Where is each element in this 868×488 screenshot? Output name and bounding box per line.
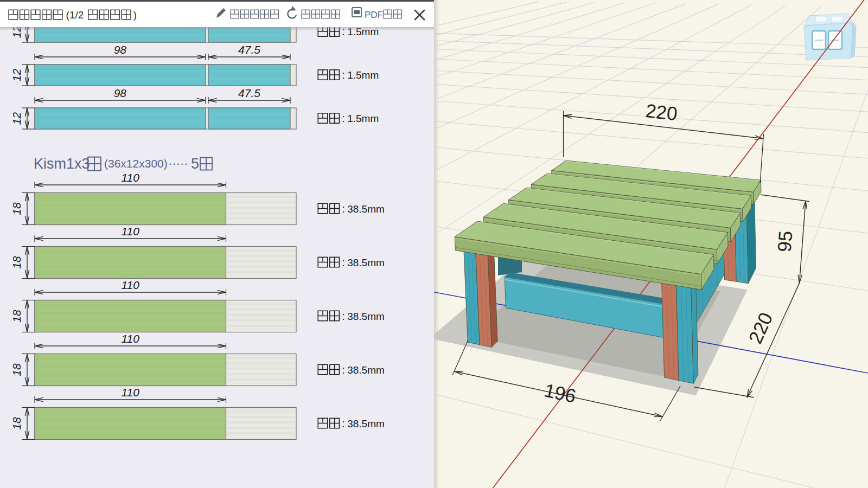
svg-text:110: 110 — [122, 386, 140, 399]
svg-text:12: 12 — [10, 69, 23, 82]
svg-text:·····: ····· — [168, 157, 188, 170]
svg-text:5: 5 — [191, 156, 199, 172]
svg-text:(36x12x300): (36x12x300) — [104, 157, 168, 170]
svg-text:18: 18 — [10, 417, 23, 430]
svg-text:18: 18 — [10, 256, 23, 269]
svg-text:18: 18 — [10, 310, 23, 323]
svg-text:18: 18 — [10, 202, 23, 215]
svg-text:1.5mm: 1.5mm — [347, 69, 379, 81]
svg-text::: : — [342, 256, 345, 268]
svg-text::: : — [342, 203, 345, 215]
svg-text:18: 18 — [10, 363, 23, 376]
svg-text::: : — [342, 112, 345, 124]
svg-text:Kism1x3: Kism1x3 — [34, 156, 90, 172]
svg-text:220: 220 — [644, 100, 679, 124]
svg-text:47.5: 47.5 — [238, 87, 260, 99]
svg-text:110: 110 — [122, 225, 140, 237]
svg-text:38.5mm: 38.5mm — [347, 203, 385, 215]
svg-text:38.5mm: 38.5mm — [347, 311, 385, 322]
svg-text:95: 95 — [774, 230, 796, 253]
svg-text:): ) — [133, 9, 137, 21]
svg-text:110: 110 — [122, 171, 140, 184]
svg-text::: : — [342, 69, 345, 81]
svg-text:12: 12 — [10, 112, 23, 125]
svg-text:1.5mm: 1.5mm — [347, 113, 379, 124]
svg-text:38.5mm: 38.5mm — [347, 418, 385, 429]
svg-text:98: 98 — [114, 87, 127, 99]
svg-text:98: 98 — [114, 43, 127, 56]
svg-text:PDF: PDF — [365, 10, 383, 20]
svg-text::: : — [342, 418, 345, 429]
svg-text:(1/2: (1/2 — [66, 9, 84, 21]
svg-text:110: 110 — [122, 279, 140, 291]
svg-text:38.5mm: 38.5mm — [347, 257, 385, 268]
svg-text::: : — [342, 364, 345, 376]
svg-text::: : — [342, 310, 345, 322]
svg-text:47.5: 47.5 — [238, 43, 260, 56]
svg-text:38.5mm: 38.5mm — [347, 364, 385, 376]
svg-text:110: 110 — [122, 332, 140, 345]
